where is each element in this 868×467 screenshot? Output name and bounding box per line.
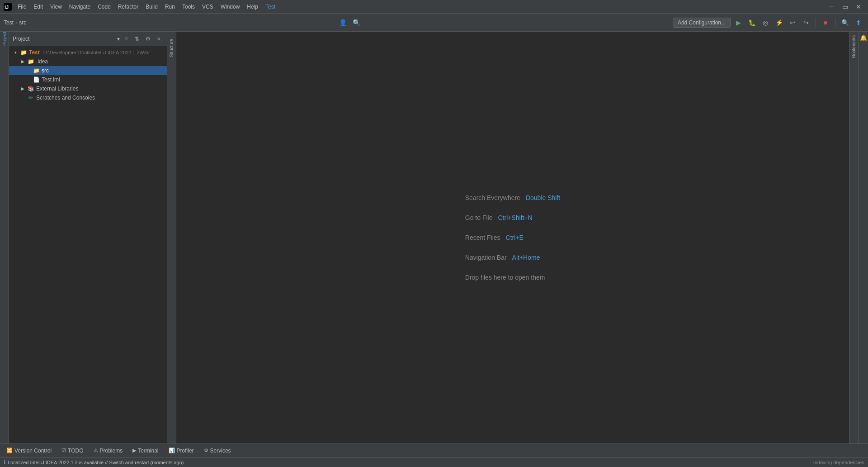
welcome-screen: Search Everywhere Double Shift Go to Fil… (456, 185, 569, 290)
recent-files-row: Recent Files Ctrl+E (465, 234, 560, 241)
intellij-updates-icon[interactable]: ⬆ (853, 17, 864, 29)
menu-window[interactable]: Window (217, 3, 243, 11)
menu-tools[interactable]: Tools (179, 3, 198, 11)
left-icon-bar: Project (0, 32, 9, 443)
tab-problems[interactable]: ⚠ Problems (89, 446, 127, 456)
tab-todo[interactable]: ☑ TODO (57, 446, 88, 456)
breadcrumb: Test › src (4, 19, 26, 26)
right-icon-bar: 🔔 (858, 32, 868, 443)
drop-files-row: Drop files here to open them (465, 274, 560, 281)
idea-folder-icon: 📁 (27, 58, 34, 65)
terminal-label: Terminal (138, 448, 158, 454)
debug-button[interactable]: 🐛 (746, 17, 758, 29)
tree-label-iml: Test.iml (42, 76, 60, 83)
coverage-button[interactable]: ◎ (760, 17, 771, 29)
tree-label-test: Test (29, 49, 40, 56)
tree-item-test-root[interactable]: ▾ 📁 Test D:\DevelopmentTools\IntelliJ ID… (9, 48, 167, 57)
project-panel-header: Project ▾ ≡ ⇅ ⚙ × (9, 32, 167, 46)
structure-sidebar: Structure (167, 32, 176, 443)
toolbar-separator-2 (835, 18, 835, 27)
goto-file-shortcut: Ctrl+Shift+N (498, 214, 532, 221)
tree-label-idea: .idea (36, 58, 48, 65)
toolbar-separator (816, 18, 816, 27)
recent-files-label: Recent Files (465, 234, 500, 241)
tree-item-idea[interactable]: ▶ 📁 .idea (9, 57, 167, 66)
tree-item-src[interactable]: ▶ 📁 src (9, 66, 167, 75)
menu-help[interactable]: Help (244, 3, 261, 11)
collapse-all-button[interactable]: ≡ (122, 34, 131, 43)
tab-services[interactable]: ⚙ Services (199, 446, 236, 456)
breadcrumb-sep: › (15, 19, 17, 26)
notification-text: Localized IntelliJ IDEA 2022.1.3 is avai… (8, 460, 184, 465)
structure-label[interactable]: Structure (169, 39, 174, 57)
project-label: Test (4, 19, 14, 26)
menu-vcs[interactable]: VCS (199, 3, 217, 11)
panel-settings-button[interactable]: ⚙ (143, 34, 152, 43)
version-control-icon: 🔀 (6, 448, 13, 453)
user-icon-btn[interactable]: 👤 (337, 17, 349, 29)
status-bar: ℹ Localized IntelliJ IDEA 2022.1.3 is av… (0, 457, 868, 467)
menu-navigate[interactable]: Navigate (66, 3, 94, 11)
navigation-bar-row: Navigation Bar Alt+Home (465, 254, 560, 261)
forward-button[interactable]: ↪ (800, 17, 812, 29)
project-folder-icon: 📁 (20, 49, 27, 56)
maximize-button[interactable]: ▭ (839, 1, 851, 13)
menu-refactor[interactable]: Refactor (115, 3, 142, 11)
menu-file[interactable]: File (14, 3, 29, 11)
tree-label-src: src (42, 67, 49, 74)
goto-file-label: Go to File (465, 214, 493, 221)
profiler-label: Profiler (177, 448, 194, 454)
app-logo: IJ (4, 3, 12, 11)
search-everywhere-shortcut: Double Shift (526, 194, 560, 201)
services-label: Services (210, 448, 231, 454)
scroll-from-source-button[interactable]: ⇅ (132, 34, 142, 43)
add-configuration-button[interactable]: Add Configuration... (673, 18, 731, 28)
menu-edit[interactable]: Edit (30, 3, 46, 11)
search-everywhere-icon[interactable]: 🔍 (839, 17, 851, 29)
project-tree: ▾ 📁 Test D:\DevelopmentTools\IntelliJ ID… (9, 46, 167, 443)
menu-test[interactable]: Test (262, 3, 278, 11)
project-icon-tab[interactable]: Project (0, 34, 9, 43)
tab-terminal[interactable]: ▶ Terminal (128, 446, 163, 456)
minimize-button[interactable]: ─ (826, 1, 837, 13)
close-button[interactable]: ✕ (853, 1, 864, 13)
terminal-icon: ▶ (132, 448, 136, 453)
title-bar: IJ File Edit View Navigate Code Refactor… (0, 0, 868, 14)
profile-button[interactable]: ⚡ (773, 17, 785, 29)
project-panel-dropdown[interactable]: ▾ (117, 36, 120, 42)
todo-icon: ☑ (61, 448, 66, 453)
menu-view[interactable]: View (47, 3, 65, 11)
problems-icon: ⚠ (94, 448, 98, 453)
profiler-icon: 📊 (169, 448, 175, 453)
tree-item-scratches[interactable]: ▶ ✏ Scratches and Consoles (9, 93, 167, 102)
tab-version-control[interactable]: 🔀 Version Control (2, 446, 56, 456)
tree-arrow-ext: ▶ (20, 86, 25, 91)
ext-lib-icon: 📚 (27, 85, 34, 92)
back-button[interactable]: ↩ (787, 17, 798, 29)
bookmarks-label[interactable]: Bookmarks (851, 35, 856, 58)
panel-close-button[interactable]: × (154, 34, 163, 43)
notifications-icon[interactable]: 🔔 (859, 33, 868, 42)
search-toolbar-icon[interactable]: 🔍 (350, 17, 362, 29)
tab-profiler[interactable]: 📊 Profiler (164, 446, 198, 456)
tree-item-ext-libs[interactable]: ▶ 📚 External Libraries (9, 84, 167, 93)
menu-build[interactable]: Build (142, 3, 161, 11)
navigation-bar-label: Navigation Bar (465, 254, 507, 261)
iml-file-icon: 📄 (33, 76, 40, 83)
menu-run[interactable]: Run (162, 3, 178, 11)
run-button[interactable]: ▶ (732, 17, 744, 29)
menu-code[interactable]: Code (94, 3, 114, 11)
main-toolbar: Test › src 👤 🔍 Add Configuration... ▶ 🐛 … (0, 14, 868, 32)
menu-bar: File Edit View Navigate Code Refactor Bu… (14, 3, 823, 11)
notification-icon: ℹ (4, 459, 6, 466)
recent-files-shortcut: Ctrl+E (506, 234, 524, 241)
bottom-tabs-bar: 🔀 Version Control ☑ TODO ⚠ Problems ▶ Te… (0, 443, 868, 457)
path-label: src (19, 19, 26, 26)
indexing-text: Indexing dependencies (813, 460, 864, 465)
tree-item-test-iml[interactable]: ▶ 📄 Test.iml (9, 75, 167, 84)
stop-button[interactable]: ■ (820, 17, 831, 29)
main-area: Project Project ▾ ≡ ⇅ ⚙ × ▾ 📁 Test D:\De… (0, 32, 868, 443)
svg-text:IJ: IJ (5, 5, 9, 10)
tree-label-ext: External Libraries (36, 86, 78, 92)
src-folder-icon: 📁 (33, 67, 40, 74)
